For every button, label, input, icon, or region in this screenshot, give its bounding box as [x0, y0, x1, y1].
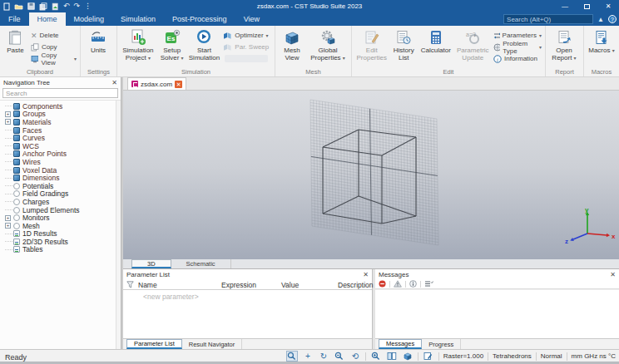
column-header-expression[interactable]: Expression [221, 281, 256, 289]
tree-item-materials[interactable]: +Materials [5, 118, 116, 126]
tree-item-lumped-elements[interactable]: Lumped Elements [5, 206, 116, 214]
simulation-project-icon [129, 29, 147, 46]
calculator-button[interactable]: Calculator [418, 27, 453, 69]
customize-toolbar-icon[interactable]: ⋮ [84, 2, 92, 10]
par-sweep-button[interactable]: Par. Sweep [221, 42, 273, 52]
new-file-icon[interactable] [3, 2, 10, 11]
mesh-view-button[interactable]: Mesh View [277, 27, 307, 69]
macros-button[interactable]: Macros ▾ [586, 27, 617, 69]
tree-item-wires[interactable]: Wires [5, 158, 116, 166]
bottom-tab-parameter-list[interactable]: Parameter List [126, 339, 182, 349]
view-tab-schematic[interactable]: Schematic [171, 259, 231, 268]
problem-type-button[interactable]: Problem Type ▾ [492, 42, 543, 52]
filter-icon[interactable] [126, 281, 134, 288]
setup-solver-button[interactable]: Es Setup Solver ▾ [157, 27, 187, 69]
tree-search-input[interactable] [6, 90, 115, 97]
tree-item-components[interactable]: Components [5, 102, 116, 111]
history-list-button[interactable]: History List [389, 27, 418, 69]
tree-item-curves[interactable]: Curves [5, 134, 116, 142]
bounding-box-icon[interactable] [402, 351, 413, 362]
tree-search-box[interactable] [2, 88, 118, 98]
close-icon[interactable]: ✕ [363, 271, 369, 278]
save-icon[interactable] [27, 2, 35, 10]
zoom-select-icon[interactable] [286, 351, 298, 362]
pan-icon[interactable]: + [302, 351, 314, 362]
bottom-tab-result-navigator[interactable]: Result Navigator [182, 339, 242, 349]
menu-tab-simulation[interactable]: Simulation [112, 12, 164, 26]
tree-scrollbar[interactable] [116, 101, 121, 349]
3d-viewport[interactable]: yxz [123, 91, 619, 259]
expand-icon[interactable]: + [5, 223, 11, 229]
close-icon[interactable]: ✕ [610, 271, 616, 278]
new-parameter-row[interactable]: <new parameter> [123, 290, 372, 301]
column-header-value[interactable]: Value [281, 281, 299, 289]
parametric-update-button[interactable]: a=? Parametric Update [454, 27, 492, 69]
view-tab-3d[interactable]: 3D [131, 259, 171, 268]
simulation-project-button[interactable]: Simulation Project ▾ [119, 27, 157, 69]
open-file-icon[interactable] [14, 2, 23, 10]
tree-item-anchor-points[interactable]: Anchor Points [5, 150, 116, 159]
column-header-description[interactable]: Description [338, 281, 374, 289]
rotate-view-icon[interactable]: ⟲ [349, 351, 361, 362]
rotate-icon[interactable]: ↻ [318, 351, 329, 362]
close-button[interactable]: ✕ [597, 0, 619, 12]
info-filter-icon[interactable] [409, 280, 417, 288]
ribbon-group-settings: Units Settings [81, 26, 117, 76]
search-input[interactable] [507, 16, 598, 23]
message-options-icon[interactable] [424, 280, 433, 288]
tree-item-voxel-data[interactable]: Voxel Data [5, 166, 116, 175]
menu-tab-post-processing[interactable]: Post-Processing [164, 12, 235, 26]
raster-edit-icon[interactable] [423, 351, 434, 362]
help-icon[interactable]: ? [608, 15, 617, 23]
tree-item-groups[interactable]: +Groups [5, 111, 116, 119]
split-view-icon[interactable] [386, 351, 398, 362]
paste-button[interactable]: Paste [2, 27, 29, 69]
global-search-box[interactable] [503, 14, 593, 24]
menu-tab-home[interactable]: Home [29, 12, 66, 26]
menu-tab-modeling[interactable]: Modeling [66, 12, 113, 26]
document-tab[interactable]: zsdax.com ✕ [127, 77, 186, 90]
close-icon[interactable]: ✕ [111, 79, 117, 86]
units-button[interactable]: Units [82, 27, 114, 69]
dynamic-zoom-icon[interactable] [334, 351, 345, 362]
start-simulation-button[interactable]: Start Simulation [187, 27, 222, 69]
tree-item-field-gradings[interactable]: Field Gradings [5, 190, 116, 199]
open-report-button[interactable]: Open Report ▾ [547, 27, 581, 69]
tree-item-1d-results[interactable]: 1D Results [5, 230, 116, 239]
delete-button[interactable]: ✕ Delete [29, 30, 78, 41]
menu-tab-file[interactable]: File [0, 12, 29, 26]
expand-icon[interactable]: + [5, 111, 11, 117]
menu-tab-view[interactable]: View [235, 12, 268, 26]
column-header-name[interactable]: Name [138, 281, 157, 289]
edit-properties-button[interactable]: Edit Properties [354, 27, 389, 69]
tree-item-charges[interactable]: Charges [5, 198, 116, 206]
copy-view-button[interactable]: Copy View ▾ [29, 53, 78, 64]
global-properties-button[interactable]: Global Properties ▾ [307, 27, 349, 69]
collapse-ribbon-icon[interactable]: ▲ [597, 16, 604, 23]
tab-close-icon[interactable]: ✕ [175, 81, 182, 88]
import-icon[interactable] [52, 2, 59, 11]
bottom-tab-messages[interactable]: Messages [379, 339, 422, 349]
tree-item-wcs[interactable]: WCS [5, 142, 116, 150]
information-button[interactable]: i Information [492, 53, 543, 64]
expand-icon[interactable]: + [5, 119, 11, 125]
tree-item-2d-3d-results[interactable]: 2D/3D Results [5, 238, 116, 246]
bottom-tab-progress[interactable]: Progress [422, 339, 461, 349]
tree-item-faces[interactable]: Faces [5, 126, 116, 135]
optimizer-button[interactable]: Optimizer ▾ [221, 30, 273, 41]
zoom-extents-icon[interactable] [370, 351, 382, 362]
tree-item-mesh[interactable]: +Mesh [5, 222, 116, 230]
tree-item-dimensions[interactable]: Dimensions [5, 174, 116, 182]
tree-item-monitors[interactable]: +Monitors [5, 214, 116, 222]
warnings-filter-icon[interactable] [394, 280, 402, 288]
expand-icon[interactable]: + [5, 215, 11, 221]
maximize-button[interactable] [576, 0, 597, 12]
tree-item-tables[interactable]: Tables [5, 246, 116, 254]
field-gradings-icon [13, 190, 20, 197]
redo-icon[interactable]: ↷ [74, 2, 81, 10]
undo-icon[interactable]: ↶ [63, 2, 70, 10]
tree-item-potentials[interactable]: Potentials [5, 182, 116, 190]
save-all-icon[interactable] [39, 2, 47, 11]
minimize-button[interactable]: — [554, 0, 576, 12]
errors-filter-icon[interactable] [379, 280, 386, 288]
